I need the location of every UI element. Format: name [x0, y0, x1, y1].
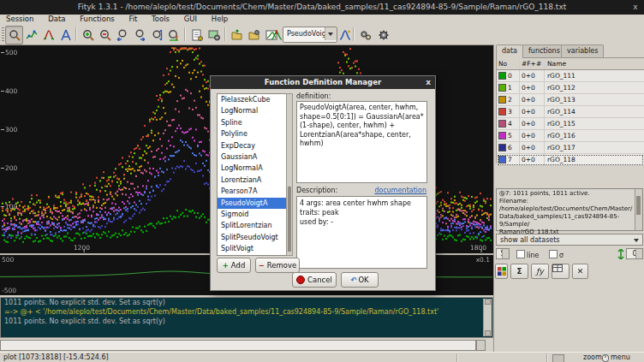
dataset-row[interactable]: 40+0rGO_115 [497, 118, 644, 130]
function-list-item[interactable]: GaussianA [218, 151, 286, 163]
dataset-color-swatch[interactable] [498, 132, 506, 139]
zoom-in-button[interactable] [79, 26, 97, 45]
function-list-item[interactable]: SplitPseudoVoigt [218, 232, 286, 243]
gear-icon [378, 29, 390, 41]
zoom-vertical-button[interactable] [147, 26, 165, 45]
dataset-color-swatch[interactable] [498, 120, 506, 128]
definition-textarea[interactable]: PseudoVoigtA(area, center, hwhm, shape=0… [296, 101, 427, 183]
function-y-button[interactable]: ƒy [531, 264, 549, 279]
dataset-color-swatch[interactable] [498, 96, 506, 104]
zoom-next-button[interactable] [130, 26, 148, 45]
console-scrollbar[interactable] [483, 299, 492, 336]
statusbar: plot [1073:1818] [-15.4:524.6] zoom menu [0, 352, 644, 362]
palette-icon [498, 267, 506, 276]
dataset-row[interactable]: 50+0rGO_116 [497, 130, 644, 142]
dataset-color-swatch[interactable] [498, 108, 506, 116]
command-input[interactable] [0, 340, 476, 351]
add-function-button[interactable]: + Add [217, 258, 251, 273]
zoom-prev-button[interactable] [113, 26, 131, 45]
add-peak-button[interactable] [336, 26, 354, 45]
function-list-scrollbar[interactable] [286, 93, 293, 256]
function-list-item[interactable]: LogNormal [218, 105, 286, 116]
window-title: Fityk 1.3.1 - /home/aleplo/test/Document… [78, 3, 567, 11]
line-checkbox[interactable]: line [516, 250, 539, 259]
datasets-filter-dropdown[interactable]: show all datasets [496, 234, 643, 246]
remove-function-button[interactable]: − Remove [255, 258, 300, 273]
run-fit-button[interactable] [356, 26, 374, 45]
dataset-color-swatch[interactable] [498, 156, 506, 163]
window-close-icon[interactable]: x [630, 0, 641, 15]
dataset-row[interactable]: 20+0rGO_113 [497, 94, 644, 106]
open-script-button[interactable] [245, 26, 263, 45]
ok-button[interactable]: ↶ OK [341, 272, 379, 288]
function-list-item[interactable]: Pearson7A [218, 186, 286, 197]
menu-functions[interactable]: Functions [74, 15, 121, 24]
tab-data[interactable]: data [496, 45, 523, 58]
menu-session[interactable]: Session [0, 15, 39, 24]
scroll-down-icon[interactable] [485, 330, 491, 336]
zoom-out-button[interactable] [96, 26, 114, 45]
function-list-item[interactable]: SplitVoigt [218, 243, 286, 254]
peak-type-dropdown[interactable]: PseudoVoigtA [283, 27, 337, 43]
gui-config-button[interactable] [205, 26, 223, 45]
function-list-item[interactable]: LorentzianA [218, 175, 286, 186]
info-scrollbar[interactable] [635, 189, 642, 230]
output-console[interactable]: 1011 points. No explicit std. dev. Set a… [0, 297, 493, 338]
function-list-item[interactable]: SplitLorentzian [218, 220, 286, 231]
documentation-link[interactable]: documentation [374, 187, 426, 194]
window-titlebar[interactable]: Fityk 1.3.1 - /home/aleplo/test/Document… [0, 0, 644, 15]
mouse-icon [602, 354, 609, 362]
script-editor-button[interactable] [188, 26, 206, 45]
data-table-button[interactable] [552, 264, 569, 279]
dataset-info-box[interactable]: @7: 1011 points, 1011 active. Filename: … [496, 188, 643, 231]
dataset-row[interactable]: 30+0rGO_114 [497, 106, 644, 118]
dataset-row[interactable]: 10+0rGO_112 [497, 82, 644, 94]
description-label: Description: [296, 187, 337, 194]
function-list-item[interactable]: Sigmoid [218, 209, 286, 220]
tab-variables[interactable]: variables [561, 45, 604, 57]
dataset-colors-button[interactable] [495, 264, 508, 279]
dialog-close-icon[interactable]: x [426, 76, 431, 89]
sum-datasets-button[interactable]: Σ [510, 264, 528, 279]
dropdown-arrow-icon[interactable] [325, 27, 337, 40]
function-list-item[interactable]: Spline [218, 117, 286, 128]
data-view-mode-button[interactable] [22, 26, 40, 45]
delete-dataset-button[interactable]: ✕ [572, 264, 588, 279]
function-list[interactable]: PielaszekCube LogNormal Spline Polyline … [217, 93, 287, 256]
function-list-item[interactable]: ExpDecay [218, 140, 286, 151]
tab-functions[interactable]: functions [522, 45, 566, 57]
spinner-arrows-icon[interactable] [635, 249, 642, 258]
function-list-item[interactable]: LogNormalA [218, 163, 286, 174]
statusbar-indicator-icon[interactable] [552, 354, 564, 362]
function-list-item[interactable]: PielaszekCube [218, 94, 286, 105]
shift-spinner[interactable]: 0 [626, 248, 643, 259]
scroll-up-icon[interactable] [485, 299, 491, 305]
draw-peak-mode-button[interactable] [57, 26, 75, 45]
zoom-mode-button[interactable] [5, 26, 23, 45]
menu-data[interactable]: Data [42, 15, 71, 24]
fit-settings-button[interactable] [374, 26, 392, 45]
command-history-spinner[interactable] [476, 340, 486, 351]
x-tick-label: 1200 [74, 244, 90, 252]
menu-tools[interactable]: Tools [146, 15, 176, 24]
menu-gui[interactable]: GUI [178, 15, 203, 24]
dataset-row[interactable]: 00+0rGO_111 [497, 70, 644, 82]
dataset-color-swatch[interactable] [498, 84, 506, 92]
dataset-row-active[interactable]: 70+0rGO_118 [497, 154, 644, 166]
peak-view-mode-button[interactable] [39, 26, 57, 45]
point-size-spinner[interactable]: 5 [496, 248, 510, 259]
function-list-item-selected[interactable]: PseudoVoigtA [218, 198, 286, 209]
zoom-all-button[interactable] [164, 26, 182, 45]
dataset-color-swatch[interactable] [498, 72, 506, 80]
dataset-color-swatch[interactable] [498, 144, 506, 151]
menu-fit[interactable]: Fit [122, 15, 143, 24]
dataset-row[interactable]: 60+0rGO_117 [497, 142, 644, 154]
dialog-titlebar[interactable]: Function Definition Manager x [211, 76, 435, 89]
cancel-button[interactable]: Cancel [292, 272, 337, 288]
menu-help[interactable]: Help [206, 15, 234, 24]
function-list-item[interactable]: Polyline [218, 128, 286, 139]
spinner-arrows-icon[interactable] [502, 249, 509, 258]
open-data-button[interactable] [228, 26, 246, 45]
sigma-checkbox[interactable]: σ [549, 250, 564, 259]
toolbar-grip[interactable] [2, 27, 4, 41]
